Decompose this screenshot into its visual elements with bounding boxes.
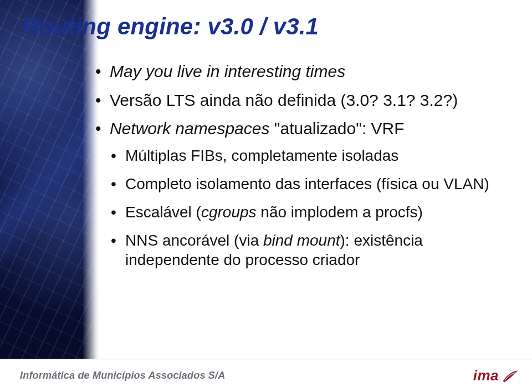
footer-logo: ima: [473, 367, 519, 384]
bullet-text: Versão LTS ainda não definida (3.0? 3.1?…: [110, 91, 458, 109]
slide-title: Routing engine: v3.0 / v3.1: [22, 13, 319, 40]
bullet-item: Network namespaces "atualizado": VRF Múl…: [94, 118, 510, 269]
slide-content: May you live in interesting times Versão…: [94, 61, 510, 278]
subbullet-item: Completo isolamento das interfaces (físi…: [110, 174, 510, 194]
subbullet-item: NNS ancorável (via bind mount): existênc…: [110, 231, 510, 269]
subbullet-text: Múltiplas FIBs, completamente isoladas: [125, 147, 398, 164]
bullet-text: May you live in interesting times: [110, 62, 345, 80]
subbullet-text-part: bind mount: [263, 232, 340, 249]
subbullet-text-part: cgroups: [201, 203, 257, 221]
subbullet-text-part: não implodem a procfs): [257, 203, 423, 221]
subbullet-text: Completo isolamento das interfaces (físi…: [125, 175, 489, 192]
slide: Routing engine: v3.0 / v3.1 May you live…: [0, 0, 532, 392]
footer-org: Informática de Municípios Associados S/A: [20, 370, 225, 381]
background-strip: [0, 0, 99, 359]
bullet-text-part: Network namespaces: [110, 119, 269, 138]
subbullet-item: Múltiplas FIBs, completamente isoladas: [110, 146, 510, 165]
footer: Informática de Municípios Associados S/A…: [0, 359, 532, 392]
logo-text: ima: [473, 367, 499, 384]
subbullet-text-part: Escalável (: [125, 203, 201, 221]
bullet-item: Versão LTS ainda não definida (3.0? 3.1?…: [94, 90, 510, 111]
bullet-item: May you live in interesting times: [94, 61, 510, 82]
bullet-text-part: "atualizado": VRF: [269, 119, 404, 138]
subbullet-text-part: NNS ancorável (via: [125, 232, 263, 249]
subbullet-item: Escalável (cgroups não implodem a procfs…: [110, 202, 510, 222]
logo-swoosh-icon: [502, 369, 519, 383]
